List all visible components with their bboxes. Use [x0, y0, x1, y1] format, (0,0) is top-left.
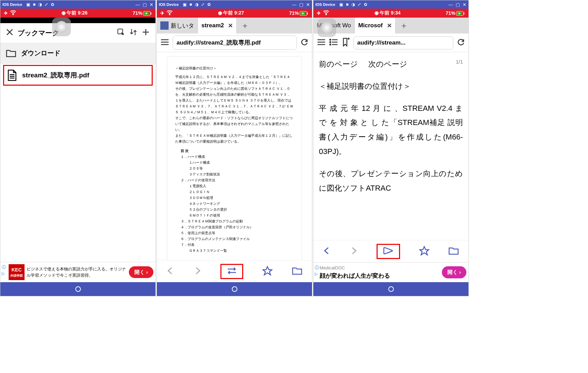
battery-pct: 71% — [133, 10, 142, 16]
ad-cta-button[interactable]: 開く › — [129, 266, 153, 278]
chrome-tool-icons: ▣ ■ ◑ ⤢ ✿ — [26, 2, 54, 7]
pdf-viewer[interactable]: ＜補足説明書の位置付け＞ 平成元年１２月に、ＳＴＲＥＡＭ Ｖ２．４までを対象とし… — [157, 52, 312, 260]
play-icon[interactable] — [377, 244, 400, 259]
tab-thumbnail — [160, 21, 169, 30]
close-icon[interactable] — [6, 28, 13, 38]
headphones-icon[interactable]: ◑ — [38, 2, 42, 7]
back-icon[interactable] — [323, 247, 331, 256]
wifi-icon — [167, 10, 173, 16]
tab-microsoft[interactable]: Microsof✕ — [355, 18, 396, 34]
phone-screen-2: IOS Device ▣■◑⤢✿ —▢✕ ✈ ◉ 午前 9:27 71% 新しい… — [157, 0, 312, 296]
star-icon[interactable] — [419, 246, 429, 257]
gear-icon[interactable]: ✿ — [51, 2, 54, 7]
file-item[interactable]: stream2_読取専用.pdf — [3, 65, 153, 86]
phone-screen-1: IOS Device ▣ ■ ◑ ⤢ ✿ — ▢ ✕ ✈ ◉ 午前 9:26 7… — [0, 0, 156, 296]
forward-icon — [193, 267, 202, 276]
record-icon: ◉ — [61, 10, 66, 16]
ad-headline: 顔が変われば人生が変わる — [320, 271, 442, 280]
ad-logo: KEC外語学院 — [9, 264, 25, 280]
svg-point-5 — [76, 287, 80, 291]
tab-close-icon[interactable]: ✕ — [228, 22, 233, 29]
assistive-touch[interactable] — [52, 18, 71, 36]
phone-screen-3: IOS Device ▣■◑⤢✿ —▢✕ ✈ ◉ 午前 9:34 71% Mic… — [313, 0, 469, 296]
add-icon[interactable] — [142, 28, 150, 38]
svg-point-17 — [330, 44, 331, 45]
list-icon[interactable] — [329, 38, 338, 47]
new-tab-button[interactable]: ＋ — [237, 18, 253, 34]
svg-rect-8 — [307, 12, 308, 15]
reader-paragraph-1: 平 成 元 年 12 月 に 、STREAM V2.4 ま で を 対 象 と … — [319, 101, 463, 159]
menu-icon[interactable] — [160, 38, 169, 47]
reader-content[interactable]: 前のページ 次のページ 1/1 ＜補足説明書の位置付け＞ 平 成 元 年 12 … — [313, 52, 468, 240]
url-toolbar: audify:///stream... — [313, 34, 468, 52]
svg-point-6 — [169, 14, 170, 15]
svg-point-18 — [389, 287, 393, 291]
url-field[interactable]: audify:///stream2_読取専用.pdf — [173, 36, 297, 50]
airplane-icon: ✈ — [160, 10, 164, 16]
back-icon — [166, 267, 174, 276]
svg-rect-13 — [464, 12, 464, 15]
tab-close-icon[interactable]: ✕ — [387, 22, 392, 29]
url-toolbar: audify:///stream2_読取専用.pdf — [157, 34, 312, 52]
ad-info-icon[interactable]: ⓘ▷ — [315, 265, 319, 277]
reader-heading: ＜補足説明書の位置付け＞ — [319, 79, 463, 94]
url-field[interactable]: audify:///stream... — [353, 36, 453, 49]
android-nav — [157, 282, 312, 296]
bookmarks-header: ブックマーク — [0, 23, 155, 43]
svg-point-16 — [330, 41, 331, 42]
android-nav — [0, 282, 155, 296]
menu-icon[interactable] — [317, 38, 326, 47]
window-minimize[interactable]: — — [135, 2, 140, 7]
assistive-touch[interactable] — [317, 18, 336, 37]
window-close[interactable]: ✕ — [150, 2, 153, 7]
reload-icon[interactable] — [300, 38, 309, 48]
window-chrome: IOS Device ▣■◑⤢✿ —▢✕ — [313, 0, 468, 9]
ad-bar[interactable]: ⓘ▷ KEC外語学院 ビジネスで使える本物の英語力が手に入る。オリジナル学習メソ… — [0, 262, 155, 282]
ad-cta-button[interactable]: 開く › — [442, 266, 466, 278]
bottom-toolbar — [313, 240, 468, 262]
svg-rect-2 — [151, 12, 151, 15]
tab-bar: 新しいタ stream2 ✕ ＋ — [157, 18, 312, 34]
svg-point-10 — [232, 287, 237, 291]
status-bar: ✈ ◉ 午前 9:27 71% — [157, 9, 312, 18]
bottom-toolbar — [157, 260, 312, 282]
folder-icon[interactable] — [448, 246, 459, 257]
prev-page-link[interactable]: 前のページ — [319, 57, 358, 71]
wifi-icon — [10, 10, 16, 16]
battery-icon — [143, 10, 152, 16]
window-maximize[interactable]: ▢ — [143, 2, 147, 7]
downloads-label: ダウンロード — [21, 49, 60, 58]
home-icon[interactable] — [75, 286, 81, 292]
ad-bar[interactable]: ⓘ▷ MedicalDOC 顔が変われば人生が変わる 開く › — [313, 262, 468, 282]
edit-icon[interactable] — [117, 28, 125, 38]
pdf-page: ＜補足説明書の位置付け＞ 平成元年１２月に、ＳＴＲＥＡＭ Ｖ２．４までを対象とし… — [168, 57, 301, 260]
tab-stream2[interactable]: stream2 ✕ — [198, 18, 237, 34]
next-page-link[interactable]: 次のページ — [368, 57, 407, 71]
swap-icon[interactable] — [220, 264, 243, 279]
sort-icon[interactable] — [129, 28, 137, 38]
android-nav — [313, 282, 468, 296]
status-bar: ✈ ◉ 午前 9:34 71% — [313, 9, 468, 18]
reader-paragraph-2: その後、プレゼンテーション向上のために図化ソフトATRAC — [319, 166, 463, 195]
svg-point-11 — [326, 14, 326, 15]
folder-icon[interactable] — [292, 266, 303, 277]
page-number: 1/1 — [456, 57, 463, 71]
file-name: stream2_読取専用.pdf — [22, 71, 89, 80]
expand-icon[interactable]: ⤢ — [45, 2, 48, 7]
tab-new[interactable]: 新しいタ — [157, 18, 198, 34]
tab-bar: Microsoft Wo Microsof✕ ＋ — [313, 18, 468, 34]
downloads-folder[interactable]: ダウンロード — [0, 43, 155, 64]
reload-icon[interactable] — [457, 38, 465, 48]
bookmark-add-icon[interactable] — [342, 38, 350, 48]
ad-info-icon[interactable]: ⓘ▷ — [2, 264, 6, 277]
video-icon[interactable]: ■ — [33, 2, 35, 7]
ad-text: ビジネスで使える本物の英語力が手に入る。オリジナル学習メソッドで今こそ英語習得。 — [27, 266, 129, 278]
camera-icon[interactable]: ▣ — [26, 2, 30, 7]
window-title: IOS Device — [2, 2, 22, 7]
star-icon[interactable] — [262, 266, 273, 277]
new-tab-button[interactable]: ＋ — [396, 18, 412, 34]
svg-point-15 — [330, 39, 331, 40]
svg-point-0 — [13, 14, 13, 15]
status-time: 午前 9:26 — [67, 10, 87, 16]
airplane-icon: ✈ — [4, 10, 8, 16]
